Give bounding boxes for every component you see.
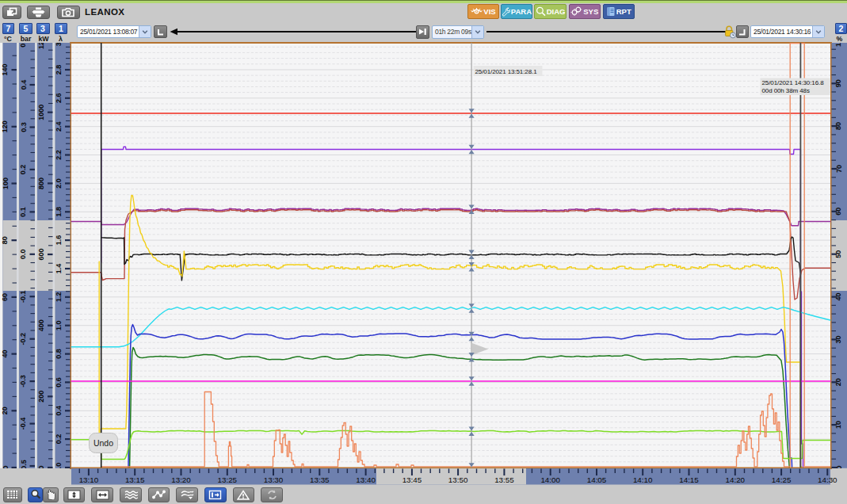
svg-text:60: 60 (835, 208, 843, 216)
svg-text:13:50: 13:50 (448, 475, 468, 484)
svg-text:20: 20 (835, 378, 843, 386)
svg-text:13:40: 13:40 (356, 475, 376, 484)
svg-text:1.0: 1.0 (55, 320, 63, 330)
svg-text:13:35: 13:35 (310, 475, 330, 484)
svg-text:13:20: 13:20 (171, 475, 191, 484)
svg-text:-0.2: -0.2 (20, 333, 28, 346)
svg-text:600: 600 (37, 248, 45, 260)
svg-text:90: 90 (835, 79, 843, 87)
svg-text:13:15: 13:15 (125, 475, 145, 484)
svg-text:13:10: 13:10 (79, 475, 99, 484)
svg-text:0: 0 (37, 465, 45, 469)
svg-text:20: 20 (2, 407, 10, 414)
svg-text:0.0: 0.0 (55, 463, 63, 473)
svg-text:1.6: 1.6 (55, 235, 63, 246)
svg-text:-0.4: -0.4 (20, 418, 28, 430)
svg-text:1000: 1000 (37, 105, 45, 120)
svg-text:0.2: 0.2 (20, 165, 28, 175)
svg-text:0.6: 0.6 (55, 377, 63, 388)
svg-text:1.2: 1.2 (55, 292, 63, 303)
svg-text:λ: λ (59, 35, 63, 43)
svg-text:0.4: 0.4 (20, 80, 28, 90)
svg-text:50: 50 (835, 250, 843, 258)
svg-text:13:45: 13:45 (403, 475, 422, 484)
svg-text:0: 0 (835, 465, 843, 469)
svg-text:120: 120 (2, 120, 10, 132)
svg-text:70: 70 (835, 165, 843, 173)
svg-text:0.0: 0.0 (20, 250, 28, 260)
svg-text:2.0: 2.0 (55, 178, 63, 189)
svg-text:-0.3: -0.3 (20, 375, 28, 388)
svg-text:00d 00h 38m 48s: 00d 00h 38m 48s (762, 87, 810, 94)
svg-text:14:20: 14:20 (726, 475, 746, 484)
svg-text:2.2: 2.2 (55, 150, 63, 160)
svg-text:40: 40 (2, 350, 10, 358)
svg-text:1.8: 1.8 (55, 207, 63, 217)
svg-text:100: 100 (2, 178, 10, 189)
svg-text:800: 800 (37, 178, 45, 189)
svg-text:140: 140 (2, 64, 10, 76)
svg-text:-0.1: -0.1 (20, 290, 28, 303)
svg-text:%: % (837, 35, 843, 43)
svg-text:bar: bar (21, 35, 32, 43)
svg-text:13:55: 13:55 (494, 475, 514, 484)
svg-text:0: 0 (2, 465, 10, 469)
svg-text:2.4: 2.4 (55, 121, 63, 132)
svg-text:0.3: 0.3 (20, 122, 28, 132)
svg-text:14:15: 14:15 (679, 475, 699, 484)
svg-text:400: 400 (37, 319, 45, 331)
svg-text:2.6: 2.6 (55, 94, 63, 104)
svg-text:Undo: Undo (93, 438, 113, 448)
svg-text:14:30: 14:30 (818, 475, 837, 484)
svg-text:14:00: 14:00 (540, 475, 560, 484)
svg-text:-0.5: -0.5 (20, 460, 28, 472)
svg-text:13:25: 13:25 (218, 475, 238, 484)
svg-text:200: 200 (37, 391, 45, 403)
svg-text:14:05: 14:05 (587, 475, 607, 484)
svg-text:14:25: 14:25 (772, 475, 792, 484)
svg-text:14:10: 14:10 (633, 475, 653, 484)
svg-text:0.2: 0.2 (55, 434, 63, 445)
svg-text:80: 80 (835, 122, 843, 130)
svg-text:0.1: 0.1 (20, 207, 28, 217)
svg-text:80: 80 (2, 236, 10, 244)
svg-text:kW: kW (38, 35, 49, 43)
svg-text:2.8: 2.8 (55, 65, 63, 75)
svg-text:1.4: 1.4 (55, 264, 63, 274)
svg-text:25/01/2021 14:30:16.8: 25/01/2021 14:30:16.8 (762, 79, 825, 86)
svg-text:0.8: 0.8 (55, 349, 63, 359)
svg-text:0.4: 0.4 (55, 406, 63, 416)
svg-text:10: 10 (835, 421, 843, 429)
svg-text:40: 40 (835, 293, 843, 301)
svg-text:°C: °C (4, 35, 13, 43)
svg-text:60: 60 (2, 293, 10, 301)
svg-text:30: 30 (835, 335, 843, 343)
svg-text:13:30: 13:30 (264, 475, 284, 484)
svg-text:25/01/2021 13:51:28.1: 25/01/2021 13:51:28.1 (475, 68, 538, 75)
